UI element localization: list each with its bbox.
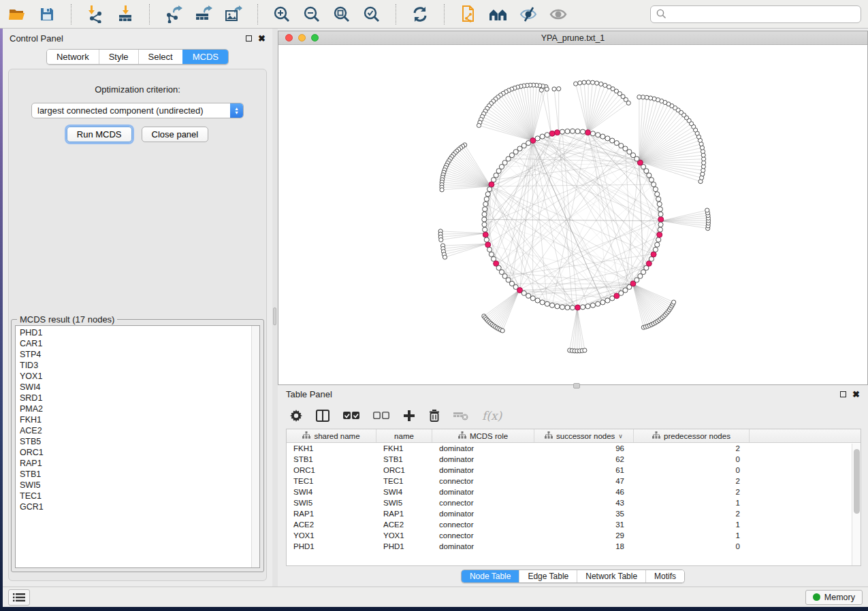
network-node[interactable] — [590, 131, 595, 136]
leaf-node[interactable] — [545, 87, 549, 91]
deselect-all-icon[interactable] — [373, 411, 389, 420]
network-node[interactable] — [657, 201, 662, 206]
leaf-node[interactable] — [595, 81, 599, 85]
show-graphics-details-icon[interactable] — [548, 5, 568, 24]
mcds-node[interactable] — [657, 232, 662, 237]
list-scrollbar[interactable] — [251, 326, 259, 567]
tab-node-table[interactable]: Node Table — [462, 570, 519, 582]
network-node[interactable] — [545, 133, 549, 137]
network-node[interactable] — [658, 222, 663, 227]
vertical-splitter[interactable] — [272, 29, 278, 587]
table-scrollbar-thumb[interactable] — [854, 449, 860, 514]
network-node[interactable] — [482, 222, 487, 227]
columns-icon[interactable] — [316, 410, 329, 422]
network-window-titlebar[interactable]: YPA_prune.txt_1 — [278, 31, 867, 45]
export-image-icon[interactable] — [223, 5, 244, 24]
horizontal-splitter-grip[interactable] — [573, 383, 580, 389]
mcds-result-item[interactable]: STP4 — [20, 349, 255, 360]
network-node[interactable] — [647, 173, 652, 178]
close-panel-button[interactable]: Close panel — [142, 127, 209, 142]
network-node[interactable] — [655, 242, 660, 247]
close-panel-icon[interactable]: ✖ — [258, 35, 266, 42]
network-node[interactable] — [489, 252, 494, 257]
column-header-successor-nodes[interactable]: successor nodes∨ — [534, 429, 634, 442]
network-node[interactable] — [619, 144, 624, 148]
mcds-result-item[interactable]: SWI4 — [20, 382, 255, 393]
table-row[interactable]: ORC1ORC1dominator610 — [287, 465, 861, 476]
mcds-result-item[interactable]: SWI5 — [20, 480, 255, 491]
mcds-result-item[interactable]: STB5 — [20, 436, 255, 447]
network-node[interactable] — [560, 129, 564, 134]
network-node[interactable] — [555, 304, 560, 309]
network-node[interactable] — [656, 197, 661, 201]
mcds-node[interactable] — [549, 131, 555, 136]
column-header-predecessor-nodes[interactable]: predecessor nodes — [634, 429, 750, 442]
network-overview-icon[interactable] — [488, 5, 509, 24]
network-node[interactable] — [545, 301, 549, 306]
save-icon[interactable] — [37, 5, 57, 24]
add-icon[interactable] — [403, 410, 415, 422]
zoom-out-icon[interactable] — [302, 5, 322, 24]
network-node[interactable] — [482, 217, 487, 222]
mcds-result-item[interactable]: RAP1 — [20, 458, 255, 469]
mcds-result-item[interactable]: ORC1 — [20, 447, 255, 458]
network-node[interactable] — [530, 296, 535, 301]
network-node[interactable] — [494, 173, 498, 178]
select-all-icon[interactable] — [343, 411, 359, 420]
close-panel-icon[interactable]: ✖ — [852, 391, 860, 397]
mcds-node[interactable] — [658, 216, 664, 222]
export-table-icon[interactable] — [193, 5, 214, 24]
table-row[interactable]: STB1STB1dominator620 — [287, 454, 861, 465]
memory-button[interactable]: Memory — [805, 590, 863, 605]
network-node[interactable] — [565, 129, 570, 133]
refresh-icon[interactable] — [410, 5, 430, 24]
network-node[interactable] — [605, 298, 610, 303]
network-node[interactable] — [596, 133, 600, 137]
delete-table-icon[interactable] — [453, 410, 468, 421]
leaf-node[interactable] — [557, 86, 561, 90]
network-node[interactable] — [526, 293, 531, 298]
splitter-grip[interactable] — [273, 308, 276, 325]
leaf-node[interactable] — [705, 208, 709, 212]
mcds-node[interactable] — [585, 130, 591, 135]
zoom-fit-icon[interactable] — [332, 5, 352, 24]
leaf-node[interactable] — [539, 88, 543, 92]
network-node[interactable] — [600, 134, 605, 139]
network-node[interactable] — [658, 227, 662, 232]
network-node[interactable] — [484, 197, 489, 201]
leaf-node[interactable] — [590, 80, 594, 84]
network-node[interactable] — [596, 301, 600, 306]
tab-motifs[interactable]: Motifs — [645, 570, 684, 582]
open-folder-icon[interactable] — [7, 5, 27, 24]
table-row[interactable]: YOX1YOX1connector291 — [287, 530, 861, 541]
leaf-node[interactable] — [578, 81, 582, 85]
tab-select[interactable]: Select — [138, 50, 182, 64]
mcds-result-item[interactable]: GCR1 — [20, 501, 255, 512]
network-node[interactable] — [496, 169, 501, 174]
mcds-result-item[interactable]: YOX1 — [20, 371, 255, 382]
table-row[interactable]: FKH1FKH1dominator962 — [287, 443, 861, 454]
leaf-node[interactable] — [439, 237, 443, 242]
tab-network[interactable]: Network — [47, 50, 99, 64]
leaf-node[interactable] — [607, 85, 611, 89]
network-node[interactable] — [540, 300, 545, 305]
network-node[interactable] — [526, 141, 531, 146]
zoom-in-icon[interactable] — [272, 5, 292, 24]
leaf-node[interactable] — [586, 80, 590, 84]
network-node[interactable] — [565, 305, 570, 310]
table-row[interactable]: TEC1TEC1connector472 — [287, 476, 861, 486]
mcds-result-item[interactable]: FKH1 — [20, 414, 255, 425]
task-history-button[interactable] — [8, 589, 30, 606]
mcds-node[interactable] — [485, 242, 491, 248]
network-node[interactable] — [652, 182, 656, 187]
leaf-node[interactable] — [440, 188, 444, 192]
network-node[interactable] — [658, 212, 663, 216]
network-node[interactable] — [649, 178, 654, 182]
network-node[interactable] — [487, 187, 492, 192]
network-node[interactable] — [656, 237, 661, 242]
mcds-result-item[interactable]: PHD1 — [20, 327, 255, 338]
network-node[interactable] — [521, 291, 526, 295]
gear-icon[interactable] — [290, 410, 302, 422]
leaf-node[interactable] — [603, 83, 607, 87]
network-node[interactable] — [483, 227, 487, 232]
